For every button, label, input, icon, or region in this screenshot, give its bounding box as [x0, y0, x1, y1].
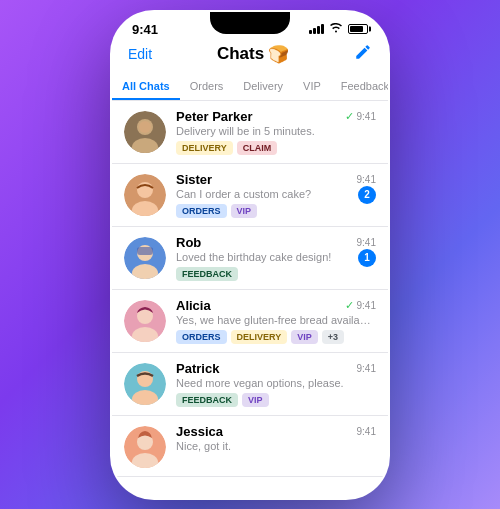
avatar — [124, 174, 166, 216]
avatar — [124, 426, 166, 468]
chat-top: Peter Parker ✓ 9:41 — [176, 109, 376, 124]
chat-content: Peter Parker ✓ 9:41 Delivery will be in … — [176, 109, 376, 155]
chat-name: Jessica — [176, 424, 223, 439]
chat-name: Patrick — [176, 361, 219, 376]
chat-name: Rob — [176, 235, 201, 250]
unread-badge: 1 — [358, 249, 376, 267]
chat-tags: FEEDBACKVIP — [176, 393, 376, 407]
chat-preview: Can I order a custom cake? — [176, 188, 376, 200]
tabs-container: All Chats Orders Delivery VIP Feedback E — [112, 74, 388, 101]
avatar — [124, 237, 166, 279]
tag-vip: VIP — [231, 204, 258, 218]
tag-feedback: FEEDBACK — [176, 267, 238, 281]
chat-top: Sister 9:41 — [176, 172, 376, 187]
phone-frame: 9:41 Edit Chats 🍞 — [110, 10, 390, 500]
wifi-icon — [330, 23, 342, 35]
chat-content: Alicia ✓ 9:41 Yes, we have gluten-free b… — [176, 298, 376, 344]
notch — [210, 12, 290, 34]
chat-name: Alicia — [176, 298, 211, 313]
tab-feedback[interactable]: Feedback — [331, 74, 388, 100]
compose-button[interactable] — [354, 43, 372, 66]
chat-time: ✓ 9:41 — [345, 110, 376, 123]
chat-tags: FEEDBACK — [176, 267, 376, 281]
chat-top: Patrick 9:41 — [176, 361, 376, 376]
tag-vip: VIP — [242, 393, 269, 407]
chat-time: 9:41 — [357, 237, 376, 248]
chat-top: Alicia ✓ 9:41 — [176, 298, 376, 313]
tag-feedback: FEEDBACK — [176, 393, 238, 407]
chat-list: Peter Parker ✓ 9:41 Delivery will be in … — [112, 101, 388, 477]
chat-item[interactable]: Patrick 9:41 Need more vegan options, pl… — [112, 353, 388, 416]
chat-item[interactable]: Peter Parker ✓ 9:41 Delivery will be in … — [112, 101, 388, 164]
signal-bars-icon — [309, 24, 324, 34]
status-icons — [309, 23, 368, 35]
read-check-icon: ✓ — [345, 299, 354, 312]
read-check-icon: ✓ — [345, 110, 354, 123]
chat-preview: Yes, we have gluten-free bread available… — [176, 314, 376, 326]
battery-icon — [348, 24, 368, 34]
chat-preview: Need more vegan options, please. — [176, 377, 376, 389]
chat-item[interactable]: Sister 9:41 Can I order a custom cake? O… — [112, 164, 388, 227]
tag-delivery: DELIVERY — [231, 330, 288, 344]
tag-more: +3 — [322, 330, 344, 344]
chat-time: ✓ 9:41 — [345, 299, 376, 312]
chat-top: Jessica 9:41 — [176, 424, 376, 439]
chat-item[interactable]: Jessica 9:41 Nice, got it. — [112, 416, 388, 477]
app-header: Edit Chats 🍞 — [112, 39, 388, 74]
edit-button[interactable]: Edit — [128, 46, 152, 62]
chat-content: Sister 9:41 Can I order a custom cake? O… — [176, 172, 376, 218]
chat-content: Jessica 9:41 Nice, got it. — [176, 424, 376, 452]
page-title: Chats 🍞 — [217, 44, 289, 65]
tag-orders: ORDERS — [176, 204, 227, 218]
chat-time: 9:41 — [357, 363, 376, 374]
chat-content: Rob 9:41 Loved the birthday cake design!… — [176, 235, 376, 281]
chat-time: 9:41 — [357, 174, 376, 185]
chat-top: Rob 9:41 — [176, 235, 376, 250]
chat-item[interactable]: Rob 9:41 Loved the birthday cake design!… — [112, 227, 388, 290]
unread-badge: 2 — [358, 186, 376, 204]
chat-preview: Nice, got it. — [176, 440, 376, 452]
avatar — [124, 111, 166, 153]
avatar — [124, 363, 166, 405]
status-time: 9:41 — [132, 22, 158, 37]
tab-orders[interactable]: Orders — [180, 74, 234, 100]
svg-rect-10 — [137, 247, 153, 255]
chat-tags: ORDERSDELIVERYVIP+3 — [176, 330, 376, 344]
chat-tags: ORDERSVIP — [176, 204, 376, 218]
chat-item[interactable]: Alicia ✓ 9:41 Yes, we have gluten-free b… — [112, 290, 388, 353]
chat-tags: DELIVERYCLAIM — [176, 141, 376, 155]
tag-delivery: DELIVERY — [176, 141, 233, 155]
tab-vip[interactable]: VIP — [293, 74, 331, 100]
chat-content: Patrick 9:41 Need more vegan options, pl… — [176, 361, 376, 407]
chat-time: 9:41 — [357, 426, 376, 437]
avatar — [124, 300, 166, 342]
tab-all-chats[interactable]: All Chats — [112, 74, 180, 100]
svg-point-3 — [139, 121, 151, 133]
tag-orders: ORDERS — [176, 330, 227, 344]
chat-preview: Loved the birthday cake design! — [176, 251, 376, 263]
tag-claim: CLAIM — [237, 141, 278, 155]
chat-name: Sister — [176, 172, 212, 187]
chat-name: Peter Parker — [176, 109, 253, 124]
chat-preview: Delivery will be in 5 minutes. — [176, 125, 376, 137]
tag-vip: VIP — [291, 330, 318, 344]
tab-delivery[interactable]: Delivery — [233, 74, 293, 100]
